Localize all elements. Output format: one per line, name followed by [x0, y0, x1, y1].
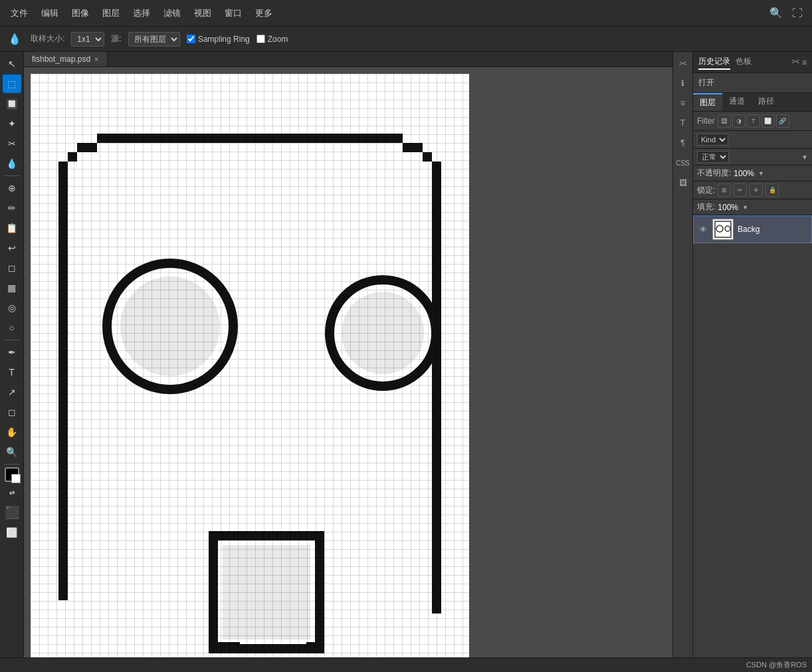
filter-adjust-icon[interactable]: ◑ — [732, 114, 746, 128]
lock-all-icon[interactable]: 🔒 — [765, 183, 779, 197]
fill-dropdown-icon[interactable]: ▼ — [742, 204, 748, 211]
filter-type-icon[interactable]: T — [747, 114, 760, 128]
svg-point-11 — [342, 292, 424, 374]
filter-shape-icon[interactable]: ⬜ — [761, 114, 775, 128]
screen-mode[interactable]: ⬜ — [3, 523, 21, 542]
kind-select[interactable]: Kind — [697, 134, 728, 146]
svg-rect-6 — [58, 162, 68, 600]
sampling-ring-label[interactable]: Sampling Ring — [187, 35, 250, 44]
tab-channels[interactable]: 通道 — [722, 93, 752, 111]
menu-file[interactable]: 文件 — [5, 5, 33, 22]
sampling-ring-checkbox[interactable] — [187, 35, 195, 43]
swap-colors[interactable]: ⇄ — [3, 483, 21, 502]
canvas-wrapper: fishbot_map.psd × — [24, 52, 672, 657]
history-open-entry[interactable]: 打开 — [698, 77, 807, 88]
menu-window[interactable]: 窗口 — [219, 5, 247, 22]
path-select-tool[interactable]: ↗ — [3, 383, 21, 401]
css-icon[interactable]: CSS — [674, 154, 692, 171]
gradient-tool[interactable]: ▦ — [3, 279, 21, 297]
canvas-area[interactable] — [24, 67, 672, 657]
zoom-label[interactable]: Zoom — [256, 35, 288, 44]
toolbar-separator-3 — [4, 464, 20, 465]
menu-image[interactable]: 图像 — [66, 5, 94, 22]
sample-size-select[interactable]: 1x1 — [71, 32, 104, 47]
lock-row: 锁定: ⊞ ✏ ✛ 🔒 — [693, 181, 812, 199]
layer-visibility-icon[interactable]: 👁 — [698, 224, 708, 235]
opacity-dropdown-icon[interactable]: ▼ — [758, 170, 764, 177]
collapse-panel-icon[interactable]: >< — [674, 55, 692, 72]
opacity-row: 不透明度: 100% ▼ — [693, 166, 812, 181]
image-icon[interactable]: 🖼 — [674, 174, 692, 191]
layer-name: Backg — [738, 225, 760, 234]
brush-tool[interactable]: ✏ — [3, 199, 21, 217]
shape-tool[interactable]: ◻ — [3, 403, 21, 421]
menu-strip-icon[interactable]: ≡ — [674, 94, 692, 112]
svg-rect-7 — [432, 162, 441, 614]
lock-transparent-icon[interactable]: ⊞ — [718, 183, 731, 197]
paragraph-icon[interactable]: ¶ — [674, 134, 692, 152]
sampling-ring-text: Sampling Ring — [198, 35, 250, 44]
eyedropper-tool[interactable]: 💧 — [3, 154, 21, 173]
hand-tool[interactable]: ✋ — [3, 423, 21, 441]
layer-item-background[interactable]: 👁 Backg — [693, 215, 812, 243]
fullscreen-icon[interactable]: ⛶ — [788, 4, 807, 23]
menu-more[interactable]: 更多 — [250, 5, 278, 22]
svg-rect-3 — [68, 152, 77, 162]
canvas-container[interactable] — [31, 74, 469, 657]
filter-smart-icon[interactable]: 🔗 — [776, 114, 789, 128]
source-select[interactable]: 所有图层 — [128, 32, 180, 47]
history-panel-tabs: 历史记录 色板 — [698, 55, 752, 70]
history-brush-tool[interactable]: ↩ — [3, 239, 21, 257]
menu-edit[interactable]: 编辑 — [36, 5, 64, 22]
type-tool[interactable]: T — [3, 363, 21, 382]
svg-rect-2 — [77, 143, 97, 152]
menu-select[interactable]: 选择 — [128, 5, 155, 22]
svg-rect-4 — [403, 143, 423, 152]
crop-tool[interactable]: ✂ — [3, 134, 21, 153]
blend-mode-select[interactable]: 正常 — [697, 151, 729, 163]
close-doc-button[interactable]: × — [94, 55, 98, 63]
info-icon[interactable]: ℹ — [674, 74, 692, 92]
history-collapse-icon[interactable]: >< — [791, 58, 799, 67]
tab-history[interactable]: 历史记录 — [698, 55, 730, 70]
blend-mode-row: 正常 ▼ — [693, 149, 812, 166]
menu-filter[interactable]: 滤镜 — [158, 5, 186, 22]
arrow-tool[interactable]: ↖ — [3, 55, 21, 73]
stamp-tool[interactable]: 📋 — [3, 219, 21, 237]
left-toolbar: ↖ ⬚ 🔲 ✦ ✂ 💧 ⊕ ✏ 📋 ↩ ◻ ▦ ◎ ○ ✒ T ↗ ◻ ✋ 🔍 … — [0, 52, 24, 657]
eraser-tool[interactable]: ◻ — [3, 259, 21, 277]
zoom-checkbox[interactable] — [256, 35, 265, 43]
doc-tab-bar: fishbot_map.psd × — [24, 52, 672, 67]
lock-position-icon[interactable]: ✛ — [750, 183, 763, 197]
foreground-color[interactable] — [5, 467, 19, 482]
fill-value[interactable]: 100% — [718, 203, 738, 212]
pen-tool[interactable]: ✒ — [3, 343, 21, 362]
zoom-tool[interactable]: 🔍 — [3, 443, 21, 461]
search-icon[interactable]: 🔍 — [767, 4, 785, 23]
menu-layer[interactable]: 图层 — [97, 5, 125, 22]
doc-filename: fishbot_map.psd — [32, 55, 90, 64]
history-panel-header: 历史记录 色板 >< ≡ — [693, 52, 812, 73]
doc-tab[interactable]: fishbot_map.psd × — [24, 52, 108, 66]
history-menu-icon[interactable]: ≡ — [802, 58, 807, 67]
type-icon[interactable]: T — [674, 114, 692, 132]
quick-mask-mode[interactable]: ⬛ — [3, 503, 21, 522]
opacity-value[interactable]: 100% — [734, 169, 754, 178]
lasso-tool[interactable]: 🔲 — [3, 94, 21, 113]
tab-paths[interactable]: 路径 — [752, 93, 781, 111]
magic-wand-tool[interactable]: ✦ — [3, 114, 21, 133]
blur-tool[interactable]: ◎ — [3, 298, 21, 317]
filter-pixel-icon[interactable]: 🖼 — [718, 114, 731, 128]
tab-swatches[interactable]: 色板 — [736, 55, 752, 70]
svg-rect-14 — [213, 642, 240, 651]
lock-pixels-icon[interactable]: ✏ — [734, 183, 747, 197]
source-label: 源: — [111, 33, 121, 45]
robot-face-svg — [31, 74, 469, 657]
dodge-tool[interactable]: ○ — [3, 318, 21, 337]
svg-rect-5 — [423, 152, 432, 162]
selection-tool[interactable]: ⬚ — [3, 74, 21, 93]
heal-tool[interactable]: ⊕ — [3, 179, 21, 197]
menu-view[interactable]: 视图 — [189, 5, 217, 22]
menu-bar: 文件 编辑 图像 图层 选择 滤镜 视图 窗口 更多 🔍 ⛶ — [0, 0, 812, 27]
tab-layers[interactable]: 图层 — [693, 93, 722, 111]
